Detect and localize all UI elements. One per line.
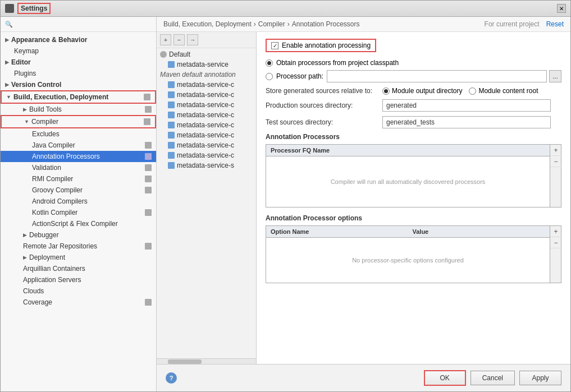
production-input[interactable] bbox=[382, 99, 551, 112]
tree-panel: + − → Default metadata-service bbox=[157, 32, 257, 364]
search-input[interactable] bbox=[15, 20, 152, 28]
options-table: Option Name Value No processor-specific … bbox=[266, 226, 550, 283]
sidebar-item-remote-jar[interactable]: Remote Jar Repositories bbox=[1, 241, 156, 252]
help-button[interactable]: ? bbox=[166, 372, 177, 384]
tree-move-button[interactable]: → bbox=[187, 34, 198, 45]
sidebar-item-annotation-processors[interactable]: Annotation Processors bbox=[1, 151, 156, 162]
search-icon: 🔍 bbox=[5, 21, 13, 28]
module-content-label: Module content root bbox=[478, 87, 538, 95]
processors-add-btn[interactable]: + bbox=[550, 145, 561, 156]
tree-item-default[interactable]: Default bbox=[157, 49, 256, 59]
settings-icon-11 bbox=[145, 299, 152, 306]
module-icon-2 bbox=[168, 102, 175, 108]
tree-item-3[interactable]: metadata-service-c bbox=[157, 110, 256, 120]
module-output-label: Module output directory bbox=[392, 87, 462, 95]
window-title: Settings bbox=[17, 3, 51, 14]
tree-item-2[interactable]: metadata-service-c bbox=[157, 100, 256, 110]
test-label: Test sources directory: bbox=[266, 118, 378, 126]
settings-icon bbox=[144, 94, 150, 100]
tree-item-metadata-service[interactable]: metadata-service bbox=[157, 59, 256, 70]
store-sources-row: Store generated sources relative to: Mod… bbox=[266, 87, 561, 95]
settings-icon-10 bbox=[145, 243, 152, 250]
sidebar-item-compiler[interactable]: ▼ Compiler bbox=[1, 115, 156, 128]
processor-path-input[interactable] bbox=[327, 70, 547, 82]
module-output-option: Module output directory bbox=[382, 87, 462, 95]
sidebar-item-kotlin-compiler[interactable]: Kotlin Compiler bbox=[1, 207, 156, 218]
enable-row: Enable annotation processing bbox=[266, 39, 561, 52]
sidebar-item-coverage[interactable]: Coverage bbox=[1, 297, 156, 308]
sidebar-item-appearance[interactable]: ▶ Appearance & Behavior bbox=[1, 34, 156, 45]
processors-table-body: Compiler will run all automatically disc… bbox=[266, 156, 550, 207]
tree-item-maven-default[interactable]: Maven default annotation bbox=[157, 70, 256, 80]
enable-checkbox-label[interactable]: Enable annotation processing bbox=[266, 39, 376, 52]
app-icon bbox=[5, 4, 14, 13]
tree-add-button[interactable]: + bbox=[160, 34, 171, 45]
module-content-radio[interactable] bbox=[469, 87, 476, 95]
tree-item-5[interactable]: metadata-service-c bbox=[157, 130, 256, 140]
apply-button[interactable]: Apply bbox=[519, 371, 561, 385]
sidebar-item-rmi-compiler[interactable]: RMI Compiler bbox=[1, 173, 156, 185]
scrollbar-thumb bbox=[168, 359, 202, 364]
options-table-actions: + − bbox=[550, 226, 561, 283]
tree-item-0[interactable]: metadata-service-c bbox=[157, 80, 256, 90]
tree-item-7[interactable]: metadata-service-c bbox=[157, 150, 256, 160]
tree-item-6[interactable]: metadata-service-c bbox=[157, 140, 256, 150]
close-button[interactable]: ✕ bbox=[557, 4, 566, 13]
sidebar-item-build-tools[interactable]: ▶ Build Tools bbox=[1, 104, 156, 115]
breadcrumb: Build, Execution, Deployment › Compiler … bbox=[163, 20, 360, 28]
test-input[interactable] bbox=[382, 116, 551, 128]
breadcrumb-sep2: › bbox=[287, 20, 290, 28]
tree-remove-button[interactable]: − bbox=[173, 34, 185, 45]
processors-section-title: Annotation Processors bbox=[266, 133, 561, 141]
breadcrumb-part1: Build, Execution, Deployment bbox=[163, 20, 252, 28]
production-sources-row: Production sources directory: bbox=[266, 99, 561, 112]
processors-table: Processor FQ Name Compiler will run all … bbox=[266, 145, 550, 207]
sidebar-item-android-compilers[interactable]: Android Compilers bbox=[1, 196, 156, 207]
tree-item-8[interactable]: metadata-service-s bbox=[157, 160, 256, 170]
settings-icon-4 bbox=[145, 142, 152, 149]
sidebar-item-actionscript-compiler[interactable]: ActionScript & Flex Compiler bbox=[1, 218, 156, 229]
sidebar-item-debugger[interactable]: ▶ Debugger bbox=[1, 229, 156, 241]
horizontal-scrollbar[interactable] bbox=[157, 358, 256, 364]
sidebar-item-vcs[interactable]: ▶ Version Control bbox=[1, 79, 156, 90]
settings-icon-8 bbox=[145, 187, 152, 193]
sidebar-item-groovy-compiler[interactable]: Groovy Compiler bbox=[1, 185, 156, 196]
tree-item-1[interactable]: metadata-service-c bbox=[157, 90, 256, 100]
obtain-processors-row: Obtain processors from project classpath bbox=[266, 59, 561, 67]
options-add-btn[interactable]: + bbox=[550, 226, 561, 237]
sidebar-item-plugins[interactable]: Plugins bbox=[1, 68, 156, 79]
sidebar-item-keymap[interactable]: Keymap bbox=[1, 45, 156, 57]
content-area: + − → Default metadata-service bbox=[157, 32, 570, 364]
sidebar-item-validation[interactable]: Validation bbox=[1, 162, 156, 173]
sidebar-item-app-servers[interactable]: Application Servers bbox=[1, 274, 156, 285]
ok-button[interactable]: OK bbox=[424, 370, 466, 386]
obtain-radio[interactable] bbox=[266, 59, 273, 67]
reset-link[interactable]: Reset bbox=[546, 20, 564, 28]
sidebar-item-deployment[interactable]: ▶ Deployment bbox=[1, 252, 156, 263]
sidebar-item-clouds[interactable]: Clouds bbox=[1, 285, 156, 297]
processors-remove-btn[interactable]: − bbox=[550, 156, 561, 167]
breadcrumb-bar: Build, Execution, Deployment › Compiler … bbox=[157, 17, 570, 32]
sidebar-item-excludes[interactable]: Excludes bbox=[1, 128, 156, 140]
processor-path-row: Processor path: … bbox=[266, 70, 561, 82]
title-bar: Settings ✕ bbox=[1, 1, 570, 17]
processor-path-radio[interactable] bbox=[266, 73, 273, 80]
settings-icon-9 bbox=[145, 209, 152, 216]
sidebar-item-java-compiler[interactable]: Java Compiler bbox=[1, 140, 156, 151]
options-remove-btn[interactable]: − bbox=[550, 237, 561, 248]
module-output-radio[interactable] bbox=[382, 87, 390, 95]
sidebar-item-build[interactable]: ▼ Build, Execution, Deployment bbox=[1, 90, 156, 104]
sidebar-item-editor[interactable]: ▶ Editor bbox=[1, 57, 156, 68]
option-value-col: Value bbox=[408, 226, 550, 237]
right-panel: Build, Execution, Deployment › Compiler … bbox=[157, 17, 570, 391]
module-content-option: Module content root bbox=[469, 87, 538, 95]
options-empty-text: No processor-specific options configured bbox=[341, 246, 475, 275]
test-sources-row: Test sources directory: bbox=[266, 116, 561, 128]
tree-item-4[interactable]: metadata-service-c bbox=[157, 120, 256, 130]
browse-button[interactable]: … bbox=[549, 70, 561, 82]
module-icon-6 bbox=[168, 142, 175, 149]
sidebar-item-arquillian[interactable]: Arquillian Containers bbox=[1, 263, 156, 274]
option-name-col: Option Name bbox=[266, 226, 408, 237]
enable-checkbox[interactable] bbox=[271, 42, 278, 49]
cancel-button[interactable]: Cancel bbox=[470, 371, 515, 385]
